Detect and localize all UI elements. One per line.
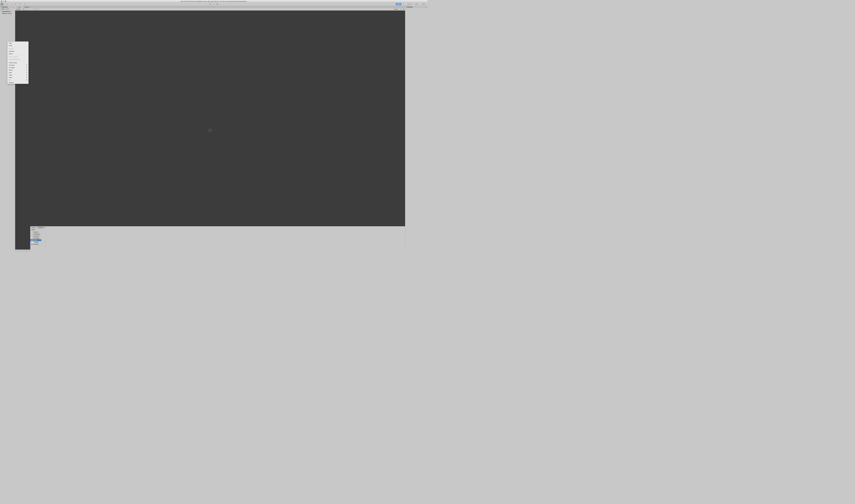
all-materials-item[interactable]: ○ All Materials [30,233,41,235]
play-controls: ▶ ⏸ ⏭ [209,3,219,5]
zoom-in[interactable]: 🔍 [16,250,18,252]
menu-ui-label: UI [9,79,10,80]
effects-toggle[interactable]: ✦ [32,8,34,10]
scenes-label: Scenes [34,241,38,243]
account-dropdown[interactable]: Account ▾ [406,3,413,5]
favorites-icon: ⭐ [31,231,33,233]
grid-toggle[interactable]: # [37,8,40,10]
scene-name: SampleScene [3,11,11,12]
menu-audio[interactable]: Audio ▶ [7,74,29,76]
project-tab-label: Project [32,227,35,228]
all-models-icon: ○ [32,235,33,237]
gizmos-area: Gizmos ▾ ⊕ All [393,8,405,10]
inspector-header: ☰ Inspector — [405,6,428,8]
layers-dropdown[interactable]: Layers ▾ [414,3,420,5]
menu-2d-object[interactable]: 2D Object ▶ [7,66,29,69]
minimize-button[interactable] [3,0,4,2]
menu-light[interactable]: Light ▶ [7,71,29,74]
menu-effects[interactable]: Effects ▶ [7,69,29,71]
menu-rename: Rename [7,48,29,50]
scene-view[interactable]: 🎥 [15,11,405,250]
menu-paste[interactable]: Paste [7,44,29,47]
collab-button[interactable]: Collab ▾ [396,3,402,5]
menu-video[interactable]: Video ▶ [7,76,29,79]
local-button[interactable]: Local [22,3,26,5]
menu-create-empty[interactable]: Create Empty [7,61,29,64]
game-tab-label: Game [25,6,29,7]
2d-button[interactable]: 2D [22,8,25,10]
scene-tabs: ⊞ Scene ▶ Game — [15,6,405,8]
all-prefabs-item[interactable]: ○ All Prefabs [30,237,41,239]
assets-item[interactable]: 📁 Assets [30,239,41,241]
gizmos-dropdown[interactable]: Gizmos ▾ [393,8,399,10]
lighting-toggle[interactable]: ☀ [26,8,29,10]
transform-tools: ✋ ✛ ↻ ⤢ □ ⊕ [1,3,17,5]
project-create-btn[interactable]: Create ▾ [31,229,36,230]
menu-3d-object-arrow: ▶ [26,65,27,66]
menu-copy[interactable]: Copy [7,42,29,44]
favorites-item[interactable]: ⭐ Favorites [30,231,41,233]
hierarchy-minimize[interactable]: — [14,6,15,7]
scenes-item[interactable]: 📄 Scenes [30,241,41,243]
step-button[interactable]: ⏭ [216,3,219,5]
all-models-item[interactable]: ○ All Models [30,235,41,237]
scene-icon: ⊞ [2,11,3,12]
pivot-button[interactable]: Pivot [18,3,22,5]
project-sidebar: ⭐ Favorites ○ All Materials ○ All Models… [30,231,41,246]
hand-tool[interactable]: ✋ [1,3,3,5]
move-tool[interactable]: ✛ [3,3,6,5]
packages-label: Packages [33,244,38,245]
favorites-label: Favorites [33,231,38,233]
transform-tool[interactable]: ⊕ [14,3,17,5]
project-tab[interactable]: Project [30,226,37,229]
pause-button[interactable]: ⏸ [212,3,215,5]
rect-tool[interactable]: □ [12,3,14,5]
scene-settings[interactable]: ⊕ [400,8,402,10]
inspector-icon: ☰ [406,6,407,7]
menu-sep-2 [7,55,29,56]
rotate-tool[interactable]: ↻ [6,3,8,5]
menu-paste-label: Paste [9,45,12,47]
menu-duplicate[interactable]: Duplicate [7,50,29,52]
title-bar: Unity 2019.1.5f1 Personal - SampleScene.… [0,0,427,2]
create-dropdown[interactable]: Create ▾ [0,8,5,10]
close-button[interactable] [1,0,2,2]
cloud-button[interactable]: ☁ [402,3,405,5]
menu-camera[interactable]: Camera [7,81,29,84]
menu-audio-arrow: ▶ [26,74,27,75]
packages-item[interactable]: 📦 Packages [30,243,41,245]
inspector-minimize[interactable]: — [426,6,427,7]
game-tab[interactable]: ▶ Game [23,6,30,8]
menu-3d-object-label: 3D Object [9,64,15,66]
menu-copy-label: Copy [9,42,12,44]
hierarchy-scene-item[interactable]: ▾ ⊞ SampleScene [0,10,15,12]
play-button[interactable]: ▶ [209,3,212,5]
menu-effects-arrow: ▶ [26,69,27,71]
menu-delete[interactable]: Delete [7,52,29,55]
console-tab[interactable]: Console [37,226,44,229]
main-center-area: ⊞ Scene ▶ Game — Shaded▾ 2D [15,6,428,252]
main-toolbar: ✋ ✛ ↻ ⤢ □ ⊕ Pivot Local ▶ ⏸ ⏭ Collab ▾ ☁… [0,2,427,6]
shaded-dropdown[interactable]: Shaded▾ [16,8,22,10]
layout-dropdown[interactable]: Layout ▾ [421,3,427,5]
assets-icon: 📁 [31,239,33,241]
hidden-objects[interactable]: 👁 [35,8,37,10]
all-label: All [7,8,8,10]
all-models-label: All Models [33,235,39,237]
audio-toggle[interactable]: ♪ [29,8,32,10]
menu-3d-object[interactable]: 3D Object ▶ [7,64,29,66]
menu-ui[interactable]: UI ▶ [7,79,29,81]
scene-expand-arrow: ▾ [0,11,1,12]
scale-tool[interactable]: ⤢ [9,3,11,5]
scene-tab[interactable]: ⊞ Scene [15,6,23,8]
maximize-button[interactable] [5,0,6,2]
menu-create-empty-label: Create Empty [9,62,17,64]
hierarchy-camera-item[interactable]: 🎥 Main Camera [0,12,15,14]
scene-and-inspector: ⊞ Scene ▶ Game — Shaded▾ 2D [15,6,428,252]
assets-label: Assets [33,239,37,241]
hierarchy-title: Hierarchy [2,6,7,7]
hierarchy-toolbar: Create ▾ ⊕ All [0,8,15,10]
menu-select-children: Select Children [7,56,29,58]
menu-sep-3 [7,61,29,61]
game-tab-icon: ▶ [24,6,25,7]
